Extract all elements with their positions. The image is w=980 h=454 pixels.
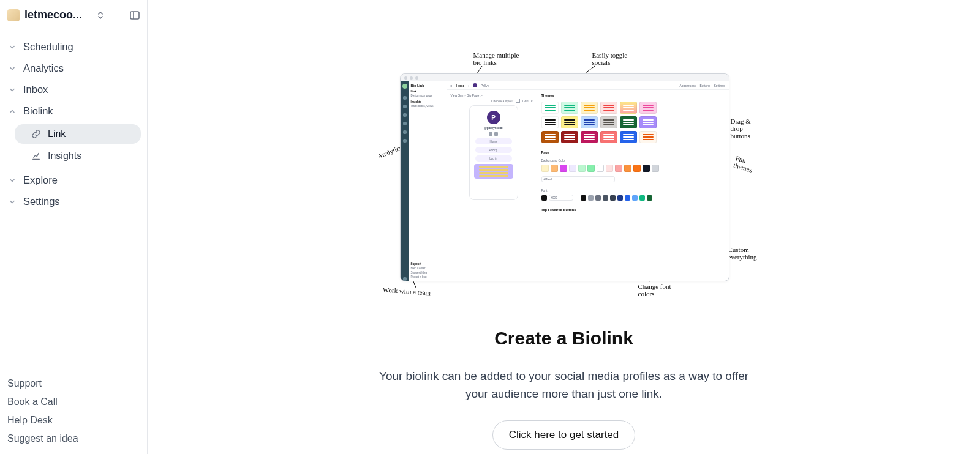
- toolbar-tab-home: Home: [456, 84, 464, 87]
- layout-grid-icon: [516, 99, 520, 103]
- page-title: Page: [541, 151, 725, 154]
- sidebar-icon: [403, 113, 407, 117]
- chart-icon: [31, 151, 42, 162]
- main-content: Manage multiple bio links Easily toggle …: [148, 0, 980, 454]
- sidebar-subitem-label: Link: [48, 128, 66, 140]
- toolbar-tab-settings: Settings: [714, 84, 725, 87]
- window-bottom-suggest: Suggest Idea: [411, 271, 445, 274]
- phone-avatar: P: [487, 111, 500, 124]
- footer-link-book[interactable]: Book a Call: [7, 396, 140, 407]
- biolink-illustration: Manage multiple bio links Easily toggle …: [350, 49, 778, 306]
- sidebar-biolink-subitems: Link Insights: [4, 124, 143, 166]
- sidebar-item-label: Scheduling: [23, 41, 74, 53]
- workspace-logo: [7, 9, 20, 21]
- bg-label: Background Color: [541, 158, 725, 162]
- chevron-down-icon: [7, 85, 17, 95]
- bg-color-row: [541, 165, 725, 172]
- window-titlebar: [401, 74, 729, 81]
- menu-icon: ≡: [451, 84, 453, 87]
- sidebar-item-analytics[interactable]: Analytics: [4, 59, 143, 78]
- sidebar-item-label: Explore: [23, 174, 58, 186]
- traffic-light-icon: [404, 76, 407, 80]
- page-subtitle: Your biolink can be added to your social…: [368, 367, 760, 403]
- footer-link-support[interactable]: Support: [7, 378, 140, 389]
- toolbar-tab-buttons: Buttons: [699, 84, 710, 87]
- traffic-light-icon: [410, 76, 413, 80]
- chevron-down-icon: [7, 197, 17, 207]
- window-toolbar: ≡ Home › Pallyy Appearance Buttons Setti…: [447, 81, 729, 90]
- sidebar-item-explore[interactable]: Explore: [4, 171, 143, 190]
- workspace-name: letmecoo...: [24, 9, 89, 21]
- hero: Manage multiple bio links Easily toggle …: [350, 49, 778, 450]
- chevron-down-icon: [7, 42, 17, 52]
- workspace-switcher[interactable]: letmecoo...: [4, 5, 143, 25]
- sidebar-icon: [403, 139, 407, 143]
- window-mini-sidebar: [401, 81, 409, 281]
- window-bottom-help: Help Center: [411, 267, 445, 270]
- sidebar-subitem-link[interactable]: Link: [15, 124, 141, 144]
- toolbar-tab-appearance: Appearance: [679, 84, 696, 87]
- phone-button: Pricing: [475, 147, 512, 153]
- layout-grid-label: Grid: [522, 99, 528, 103]
- themes-column: Themes: [541, 94, 725, 277]
- phone-preview-column: View Smrty Bio Page ↗ Choose a layout Gr…: [451, 94, 537, 277]
- chevron-up-down-icon[interactable]: [94, 9, 107, 21]
- sidebar-icon: [403, 96, 407, 100]
- link-icon: [31, 128, 42, 140]
- themes-title: Themes: [541, 94, 725, 97]
- sidebar-icon: [403, 130, 407, 134]
- window-left-clicks-label: Track clicks, views: [411, 105, 445, 108]
- sidebar-item-scheduling[interactable]: Scheduling: [4, 37, 143, 56]
- sidebar-icon: [403, 105, 407, 108]
- window-main: ≡ Home › Pallyy Appearance Buttons Setti…: [447, 81, 729, 281]
- layout-label: Choose a layout: [491, 99, 513, 103]
- get-started-button[interactable]: Click here to get started: [492, 420, 636, 450]
- chevron-down-icon: [7, 64, 17, 73]
- font-label: Font: [541, 188, 725, 192]
- sidebar-item-label: Biolink: [23, 105, 53, 117]
- phone-preview: P @pallyysocial Home Pricing Log in: [469, 105, 518, 200]
- sidebar-item-settings[interactable]: Settings: [4, 192, 143, 211]
- toolbar-tab-pallyy: Pallyy: [481, 84, 489, 87]
- window-left-design-label: Design your page: [411, 94, 445, 97]
- window-left-link-label: Link: [411, 90, 445, 93]
- window-left-panel: Bio Link Link Design your page Insights …: [409, 81, 447, 281]
- featured-title: Top Featured Buttons: [541, 208, 725, 212]
- sidebar-subitem-label: Insights: [48, 151, 81, 162]
- traffic-light-icon: [415, 76, 418, 80]
- sidebar-item-inbox[interactable]: Inbox: [4, 80, 143, 99]
- sidebar-item-label: Analytics: [23, 62, 64, 74]
- sidebar-icon: [403, 122, 407, 125]
- sidebar-subitem-insights[interactable]: Insights: [15, 146, 141, 166]
- phone-button: Log in: [475, 155, 512, 162]
- window-brand: Bio Link: [411, 84, 445, 87]
- sidebar-footer: Support Book a Call Help Desk Suggest an…: [4, 378, 143, 454]
- bg-value-input: #f3eaff: [541, 176, 615, 182]
- chevron-down-icon: [7, 176, 17, 185]
- sidebar-item-label: Settings: [23, 196, 60, 207]
- phone-button: Home: [475, 138, 512, 144]
- layout-selector: Choose a layout Grid ▾: [491, 99, 533, 103]
- footer-link-helpdesk[interactable]: Help Desk: [7, 415, 140, 426]
- svg-rect-0: [130, 12, 139, 19]
- chevron-up-icon: [7, 106, 17, 116]
- panel-toggle-icon[interactable]: [129, 9, 141, 21]
- sidebar-item-biolink[interactable]: Biolink: [4, 102, 143, 121]
- phone-social-icons: [489, 132, 498, 136]
- font-value-input: #000: [549, 195, 573, 201]
- font-row: #000: [541, 195, 725, 201]
- page-title: Create a Biolink: [494, 328, 633, 349]
- themes-grid: [541, 102, 725, 143]
- app-logo-icon: [402, 84, 407, 89]
- sidebar-item-label: Inbox: [23, 84, 48, 95]
- window-bottom-report: Report a bug: [411, 275, 445, 278]
- view-page-link: View Smrty Bio Page ↗: [451, 94, 483, 97]
- window-bottom-support: Support: [411, 262, 445, 266]
- phone-featured-pad: [474, 164, 513, 179]
- footer-link-suggest[interactable]: Suggest an idea: [7, 433, 140, 444]
- window-left-insights-label: Insights: [411, 100, 445, 103]
- sidebar-nav: Scheduling Analytics Inbox Biolink: [4, 37, 143, 211]
- sidebar: letmecoo... Scheduling Analytics Inbox: [0, 0, 148, 454]
- illustration-window: Bio Link Link Design your page Insights …: [400, 73, 729, 281]
- sidebar-icon: [403, 277, 407, 281]
